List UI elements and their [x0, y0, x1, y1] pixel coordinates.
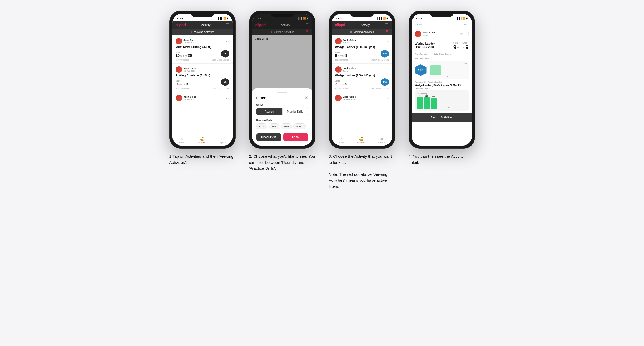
card-stats-3b: Score 7 OUT OF 9 118	[335, 78, 389, 86]
detail-info1: Test Information	[415, 53, 428, 55]
tab-rounds[interactable]: Rounds	[256, 108, 282, 115]
filter-actions: Clear Filters Apply	[256, 133, 308, 141]
card-header-1c: Josh Coles 28 Feb 2023 ···	[176, 95, 229, 101]
more-dots-1b[interactable]: ···	[226, 67, 229, 72]
bar-val-2: 129	[425, 95, 428, 97]
caption-4: 4. You can then see the Activity detail.	[409, 153, 475, 165]
card-header-1a: Josh Coles 28 Feb 2023 ···	[176, 38, 229, 44]
home-icon-3: ⌂	[340, 137, 342, 141]
app-title-3: Activity	[361, 23, 370, 27]
user-info-1b: Josh Coles 28 Feb 2023	[176, 66, 196, 73]
cancel-button[interactable]: Cancel	[461, 23, 468, 26]
shots-value-1b: 9	[186, 82, 188, 86]
nav-capture-3[interactable]: ⊕ Capture	[378, 137, 385, 143]
more-dots-3a[interactable]: ···	[386, 39, 389, 43]
card-stats-1b: Score 0 OUT OF 9 45	[176, 78, 229, 86]
activity-card-3a[interactable]: Josh Coles Today ··· Wedge Ladder (100–1…	[332, 35, 392, 64]
card-title-1b: Putting Combine (3-15 ft)	[176, 74, 229, 77]
more-dots-1a[interactable]: ···	[226, 39, 229, 43]
status-icons-1: ▐▐▐ 🛜 ▮	[217, 17, 228, 20]
activity-card-1b: Josh Coles 28 Feb 2023 ··· Putting Combi…	[172, 64, 233, 92]
battery-icon: ▮	[227, 17, 228, 20]
bar-3	[431, 98, 437, 109]
signal-icon: ▐▐▐	[217, 17, 222, 20]
avatar-3c	[335, 95, 342, 101]
nav-activities-3[interactable]: ⛳ Activities	[357, 137, 365, 143]
app-header-3: clippd Activity ☰	[332, 21, 392, 29]
chart-x-label: APP	[430, 76, 467, 78]
tab-practice-drills[interactable]: Practice Drills	[282, 108, 308, 115]
card-footer-1b: Test Information Data: Clippd Capture	[176, 87, 229, 89]
user-date-1c: 28 Feb 2023	[184, 98, 196, 101]
apply-button[interactable]: Apply	[283, 133, 308, 141]
activities-icon-3: ⛳	[359, 137, 363, 141]
footer-left-1a: Test Information	[176, 59, 189, 61]
scroll-area-1: Josh Coles 28 Feb 2023 ··· Must Make Put…	[172, 35, 233, 135]
nav-home-1[interactable]: ⌂ Home	[179, 137, 184, 143]
chip-arg[interactable]: ARG	[281, 123, 292, 129]
user-info-3a: Josh Coles Today	[335, 38, 356, 44]
signal-icon-3: ▐▐▐	[377, 17, 382, 20]
activity-card-3b[interactable]: Josh Coles Today ··· Wedge Ladder (100–1…	[332, 64, 392, 92]
capture-label-1: Capture	[219, 142, 226, 143]
app-title-1: Activity	[201, 23, 211, 27]
card-stats-1a: Score 10 OUT OF 20 75	[176, 50, 229, 58]
menu-icon-3[interactable]: ☰	[385, 23, 389, 27]
capture-icon-3: ⊕	[380, 137, 383, 141]
chart-bar-1	[430, 65, 441, 75]
nav-capture-1[interactable]: ⊕ Capture	[219, 137, 226, 143]
viewing-bar-3[interactable]: ⚙ Viewing Activities	[332, 29, 392, 35]
phone-section-4: 13:21 ▐▐▐ 🛜 ▮ < Back Cancel	[406, 11, 478, 165]
nav-activities-1[interactable]: ⛳ Activities	[198, 137, 205, 143]
chip-putt[interactable]: PUTT	[293, 123, 306, 129]
filter-icon-1: ⚙	[190, 31, 193, 33]
clear-filters-button[interactable]: Clear Filters	[256, 133, 281, 141]
score-label-1b: Score	[176, 80, 188, 82]
phone-section-2: 13:21 ▐▐▐ 🛜 ▮ clippd Activity ☰ ⚙ Vie	[246, 11, 318, 172]
bar-1	[417, 97, 423, 109]
detail-score: 9	[453, 44, 456, 50]
nav-home-3[interactable]: ⌂ Home	[339, 137, 344, 143]
phone-frame-2: 13:21 ▐▐▐ 🛜 ▮ clippd Activity ☰ ⚙ Vie	[249, 11, 315, 149]
phone-section-3: 13:20 ▐▐▐ 🛜 ▮ clippd Activity ☰ ⚙ Vie	[326, 11, 398, 189]
more-dots-1c[interactable]: ···	[226, 96, 229, 100]
avg-quality-label: Avg Shot Quality	[415, 57, 469, 59]
footer-left-1b: Test Information	[176, 87, 189, 89]
chip-app[interactable]: APP	[269, 123, 279, 129]
avg-quality-row: 130 130 APP	[415, 61, 469, 79]
activities-label-3: Activities	[357, 142, 365, 143]
viewing-bar-1[interactable]: ⚙ Viewing Activities	[172, 29, 233, 35]
back-to-activities-button[interactable]: Back to Activities	[412, 113, 472, 122]
dashed-line	[439, 108, 447, 108]
card-header-3c: Josh Coles 28 Feb 2023 ···	[335, 95, 389, 101]
user-name-1b: Josh Coles	[184, 67, 196, 70]
edit-icon[interactable]: ✏	[460, 32, 463, 36]
back-button[interactable]: < Back	[415, 23, 422, 26]
card-header-1b: Josh Coles 28 Feb 2023 ···	[176, 66, 229, 73]
more-dots-3c[interactable]: ···	[386, 96, 389, 100]
chart-area-detail: 130 APP	[429, 61, 469, 79]
app-header-1: clippd Activity ☰	[172, 21, 233, 29]
filter-chips: OTT APP ARG PUTT	[256, 123, 308, 129]
scroll-area-3: Josh Coles Today ··· Wedge Ladder (100–1…	[332, 35, 392, 135]
shots-col-label: Shots	[462, 42, 467, 44]
outof-1a: OUT OF	[180, 55, 187, 57]
detail-info2: Data: Clippd Capture	[434, 53, 451, 55]
expand-icon[interactable]: ⛶	[465, 32, 469, 36]
app-logo-3: clippd	[335, 23, 345, 27]
filter-close-button[interactable]: ✕	[305, 95, 308, 100]
notch-3	[350, 11, 374, 17]
activity-card-3c[interactable]: Josh Coles 28 Feb 2023 ···	[332, 92, 392, 105]
filter-overlay: Filter ✕ Show Rounds Practice Drills Pra…	[252, 14, 312, 146]
phone-screen-2: 13:21 ▐▐▐ 🛜 ▮ clippd Activity ☰ ⚙ Vie	[252, 14, 312, 146]
practice-label: Practice Drills	[256, 119, 308, 122]
chip-ott[interactable]: OTT	[256, 123, 267, 129]
user-name-3a: Josh Coles	[343, 39, 356, 41]
user-info-3c: Josh Coles 28 Feb 2023	[335, 95, 356, 101]
detail-user-row: Josh Coles Today ✏ ⛶	[412, 28, 472, 39]
more-dots-3b[interactable]: ···	[386, 67, 389, 72]
menu-icon-1[interactable]: ☰	[226, 23, 229, 27]
footer-left-3a: Test Information	[335, 59, 348, 61]
card-title-1a: Must Make Putting (3-6 ft)	[176, 45, 229, 49]
time-1: 13:20	[177, 17, 183, 20]
